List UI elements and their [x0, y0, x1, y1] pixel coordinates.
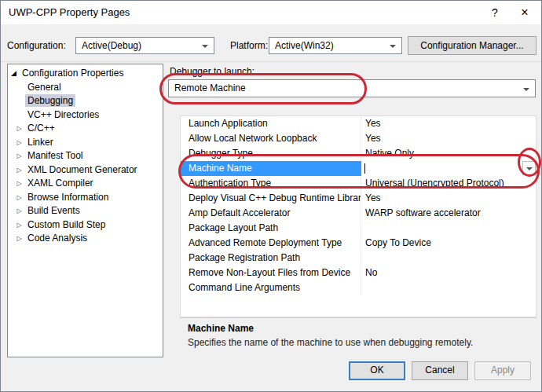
text-caret	[364, 163, 365, 174]
debugger-dropdown-value: Remote Machine	[174, 82, 246, 93]
property-row[interactable]: Advanced Remote Deployment Type Copy To …	[181, 236, 536, 251]
property-value[interactable]: Universal (Unencrypted Protocol)	[361, 176, 536, 191]
property-name: Command Line Arguments	[181, 280, 361, 295]
property-row[interactable]: Amp Default Accelerator WARP software ac…	[181, 206, 536, 221]
property-name: Package Registration Path	[181, 251, 361, 266]
chevron-down-icon	[523, 88, 529, 91]
tree-item-label: Configuration Properties	[20, 67, 126, 79]
property-value[interactable]: Yes	[361, 116, 536, 131]
tree-item-label: XAML Compiler	[25, 177, 96, 189]
close-button[interactable]: ×	[511, 1, 538, 24]
platform-dropdown-value: Active(Win32)	[275, 40, 334, 51]
chevron-down-icon	[526, 167, 533, 170]
property-row[interactable]: Allow Local Network Loopback Yes	[181, 131, 536, 146]
separator-line	[1, 61, 542, 62]
platform-label: Platform:	[230, 40, 268, 51]
property-name: Launch Application	[181, 116, 361, 131]
property-name: Advanced Remote Deployment Type	[181, 236, 361, 251]
property-value[interactable]: Yes	[361, 191, 536, 206]
tree-item-label: XML Document Generator	[25, 163, 140, 176]
tree-item-label: Build Events	[25, 204, 82, 217]
configuration-dropdown-value: Active(Debug)	[82, 40, 141, 51]
debugger-to-launch-label: Debugger to launch:	[170, 66, 255, 77]
property-name: Authentication Type	[181, 176, 361, 191]
tree-item-label: Browse Information	[25, 191, 111, 203]
description-title: Machine Name	[188, 323, 254, 334]
tree-item-build-events[interactable]: ▷ Build Events	[8, 204, 163, 218]
property-pages-dialog: UWP-CPP Property Pages ? × Configuration…	[0, 0, 542, 392]
window-title: UWP-CPP Property Pages	[9, 6, 130, 18]
property-value[interactable]	[361, 280, 536, 295]
property-grid: Launch Application Yes Allow Local Netwo…	[180, 115, 537, 317]
property-row[interactable]: Authentication Type Universal (Unencrypt…	[181, 176, 536, 191]
platform-dropdown[interactable]: Active(Win32)	[269, 37, 402, 54]
collapsed-arrow-icon[interactable]: ▷	[15, 232, 24, 246]
machine-name-dropdown-button[interactable]	[522, 161, 536, 175]
property-value[interactable]: WARP software accelerator	[361, 206, 536, 221]
help-button[interactable]: ?	[482, 1, 508, 24]
collapsed-arrow-icon[interactable]: ▷	[15, 191, 24, 205]
property-value[interactable]	[361, 251, 536, 266]
property-row[interactable]: Debugger Type Native Only	[181, 146, 536, 161]
configuration-manager-button[interactable]: Configuration Manager...	[408, 36, 537, 55]
property-name: Remove Non-Layout Files from Device	[181, 266, 361, 280]
tree-item-browse-information[interactable]: ▷ Browse Information	[8, 191, 163, 205]
tree-item-label: Linker	[25, 136, 56, 148]
tree-item-linker[interactable]: ▷ Linker	[8, 136, 163, 150]
description-panel: Machine Name Specifies the name of the m…	[180, 317, 537, 357]
tree-item-label: General	[25, 81, 64, 93]
property-row[interactable]: Remove Non-Layout Files from Device No	[181, 266, 536, 280]
property-row-machine-name[interactable]: Machine Name	[181, 161, 536, 176]
collapsed-arrow-icon[interactable]: ▷	[15, 218, 24, 233]
tree-item-configuration-properties[interactable]: ◢ Configuration Properties	[8, 67, 163, 81]
property-value[interactable]	[361, 221, 536, 236]
tree-item-label: Manifest Tool	[25, 149, 85, 162]
configuration-dropdown[interactable]: Active(Debug)	[75, 37, 214, 54]
tree-item-custom-build-step[interactable]: ▷ Custom Build Step	[8, 218, 163, 233]
property-name: Debugger Type	[181, 146, 361, 161]
tree-item-code-analysis[interactable]: ▷ Code Analysis	[8, 232, 163, 246]
tree-item-manifest-tool[interactable]: ▷ Manifest Tool	[8, 149, 163, 163]
ok-button[interactable]: OK	[349, 361, 405, 380]
property-value[interactable]: No	[361, 266, 536, 280]
property-name: Deploy Visual C++ Debug Runtime Librarie	[181, 191, 361, 206]
tree-item-xml-document-generator[interactable]: ▷ XML Document Generator	[8, 163, 163, 178]
property-name: Package Layout Path	[181, 221, 361, 236]
property-row[interactable]: Package Layout Path	[181, 221, 536, 236]
title-bar[interactable]: UWP-CPP Property Pages ? ×	[1, 1, 541, 24]
property-row[interactable]: Deploy Visual C++ Debug Runtime Librarie…	[181, 191, 536, 206]
apply-button: Apply	[474, 361, 531, 380]
tree-item-label: Debugging	[25, 94, 75, 107]
tree-item-vcpp-directories[interactable]: VC++ Directories	[8, 108, 163, 123]
property-row[interactable]: Command Line Arguments	[181, 280, 536, 295]
tree-item-general[interactable]: General	[8, 81, 163, 95]
tree-item-debugging[interactable]: Debugging	[8, 94, 163, 108]
tree-item-label: VC++ Directories	[25, 108, 101, 121]
machine-name-edit-cell[interactable]	[361, 161, 536, 176]
cancel-button[interactable]: Cancel	[412, 361, 468, 380]
description-text: Specifies the name of the machine to use…	[188, 337, 473, 348]
collapsed-arrow-icon[interactable]: ▷	[15, 204, 24, 218]
configuration-label: Configuration:	[7, 40, 66, 51]
tree-item-c-cpp[interactable]: ▷ C/C++	[8, 122, 163, 136]
configuration-tree: ◢ Configuration Properties General Debug…	[7, 64, 163, 357]
collapsed-arrow-icon[interactable]: ▷	[15, 177, 24, 191]
tree-item-label: Code Analysis	[25, 232, 90, 244]
property-row[interactable]: Launch Application Yes	[181, 116, 536, 131]
property-value[interactable]: Copy To Device	[361, 236, 536, 251]
property-name: Amp Default Accelerator	[181, 206, 361, 221]
collapsed-arrow-icon[interactable]: ▷	[15, 122, 24, 136]
collapsed-arrow-icon[interactable]: ▷	[15, 136, 24, 150]
tree-item-label: Custom Build Step	[25, 218, 108, 231]
collapsed-arrow-icon[interactable]: ▷	[15, 149, 24, 163]
property-name: Machine Name	[181, 161, 361, 176]
property-row[interactable]: Package Registration Path	[181, 251, 536, 266]
property-value[interactable]: Yes	[361, 131, 536, 146]
chevron-down-icon	[202, 45, 208, 48]
property-name: Allow Local Network Loopback	[181, 131, 361, 146]
collapsed-arrow-icon[interactable]: ▷	[15, 163, 24, 178]
property-value[interactable]: Native Only	[361, 146, 536, 161]
debugger-dropdown[interactable]: Remote Machine	[168, 79, 536, 97]
tree-item-xaml-compiler[interactable]: ▷ XAML Compiler	[8, 177, 163, 191]
expanded-arrow-icon[interactable]: ◢	[9, 67, 18, 81]
